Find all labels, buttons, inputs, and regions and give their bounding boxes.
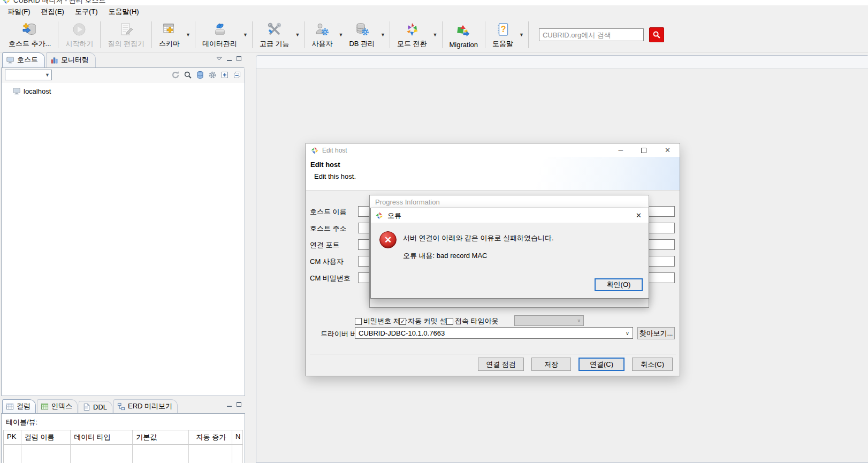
maximize-icon[interactable] bbox=[237, 402, 241, 407]
save-button[interactable]: 저장 bbox=[531, 358, 571, 371]
expand-all-icon[interactable] bbox=[220, 71, 229, 79]
dropdown-arrow-icon[interactable]: ▼ bbox=[294, 32, 302, 37]
migration-icon bbox=[456, 23, 471, 39]
tab-erd-preview[interactable]: ERD 미리보기 bbox=[113, 399, 178, 413]
toolbar-button-start[interactable]: 시작하기 bbox=[61, 19, 97, 51]
query-editor-icon bbox=[119, 21, 133, 37]
window-titlebar: CUBRID 매니저 - 관리 호스트 bbox=[0, 0, 868, 5]
tab-hosts[interactable]: 호스트 bbox=[2, 52, 45, 67]
auto-commit-checkbox[interactable]: ✓ 자동 커밋 설정 bbox=[399, 316, 453, 326]
driver-version-combo[interactable]: CUBRID-JDBC-10.1.0.7663 ∨ bbox=[355, 327, 633, 339]
hosts-panel-tabbar: 호스트 모니터링 bbox=[1, 54, 245, 67]
buttonbar-separator bbox=[310, 354, 676, 354]
minimize-icon[interactable] bbox=[227, 403, 232, 407]
browse-button[interactable]: 찾아보기... bbox=[637, 327, 675, 339]
column-header-name[interactable]: 컬럼 이름 bbox=[21, 430, 71, 445]
data-management-icon bbox=[212, 21, 227, 37]
menu-edit[interactable]: 편집(E) bbox=[36, 5, 70, 18]
options-row: 비밀번호 저장 ✓ 자동 커밋 설정 접속 타임아웃 ∨ bbox=[306, 316, 680, 327]
maximize-icon[interactable] bbox=[237, 56, 241, 61]
toolbar-button-mode-switch[interactable]: 모드 전환 bbox=[393, 19, 431, 51]
main-toolbar: 호스트 추가... 시작하기 질의 편집기 스키마 ▼ bbox=[0, 18, 868, 52]
error-dialog: 오류 ✕ ✕ 서버 연결이 아래와 같은 이유로 실패하였습니다. 오류 내용:… bbox=[370, 208, 649, 299]
toolbar-button-data-management[interactable]: 데이터관리 bbox=[198, 19, 241, 51]
refresh-icon[interactable] bbox=[171, 71, 180, 79]
search-area bbox=[539, 19, 664, 51]
columns-panel-body: 테이블/뷰: PK 컬럼 이름 데이터 타입 기본값 자동 증가 N bbox=[1, 413, 245, 463]
maximize-icon[interactable] bbox=[641, 148, 646, 153]
dropdown-arrow-icon[interactable]: ▼ bbox=[337, 32, 345, 37]
edit-host-titlebar[interactable]: Edit host ─ ✕ bbox=[306, 143, 680, 157]
search-tree-icon[interactable] bbox=[184, 71, 192, 79]
column-header-autoincrement[interactable]: 자동 증가 bbox=[189, 430, 233, 445]
menu-help[interactable]: 도움말(H) bbox=[103, 5, 144, 18]
toolbar-button-help[interactable]: ? 도움말 bbox=[488, 19, 517, 51]
dropdown-arrow-icon[interactable]: ▼ bbox=[431, 32, 439, 37]
settings-icon[interactable] bbox=[208, 71, 217, 79]
checkbox-icon[interactable]: ✓ bbox=[399, 318, 406, 325]
toolbar-separator bbox=[100, 21, 101, 48]
dialog-buttons: 연결 점검 저장 연결(C) 취소(C) bbox=[478, 358, 673, 371]
ok-button[interactable]: 확인(O) bbox=[595, 278, 643, 291]
column-header-pk[interactable]: PK bbox=[4, 430, 21, 445]
close-icon[interactable]: ✕ bbox=[665, 146, 671, 154]
collapse-all-icon[interactable] bbox=[233, 71, 241, 79]
toolbar-button-query-editor[interactable]: 질의 편집기 bbox=[103, 19, 149, 51]
dropdown-arrow-icon[interactable]: ▼ bbox=[379, 32, 387, 37]
erd-tab-icon bbox=[117, 403, 125, 411]
advanced-features-icon bbox=[267, 21, 282, 37]
timeout-combo: ∨ bbox=[514, 315, 584, 326]
dropdown-arrow-icon[interactable]: ▼ bbox=[241, 32, 249, 37]
tab-columns[interactable]: 컬럼 bbox=[2, 399, 36, 413]
toolbar-button-users[interactable]: 사용자 bbox=[307, 19, 337, 51]
chevron-down-icon: ∨ bbox=[626, 330, 629, 336]
checkbox-icon[interactable] bbox=[355, 318, 362, 325]
column-header-default[interactable]: 기본값 bbox=[133, 430, 188, 445]
connect-button[interactable]: 연결(C) bbox=[578, 358, 625, 371]
view-menu-icon[interactable] bbox=[216, 57, 222, 60]
table-row bbox=[4, 445, 243, 463]
cancel-button[interactable]: 취소(C) bbox=[632, 358, 673, 371]
toolbar-separator bbox=[528, 21, 529, 48]
error-dialog-titlebar[interactable]: 오류 ✕ bbox=[371, 208, 649, 223]
toolbar-button-add-host[interactable]: 호스트 추가... bbox=[4, 19, 55, 51]
toolbar-button-db-admin[interactable]: DB 관리 bbox=[345, 19, 379, 51]
driver-row: 드라이버 버전 CUBRID-JDBC-10.1.0.7663 ∨ 찾아보기..… bbox=[306, 327, 680, 340]
toolbar-label: Migration bbox=[450, 41, 478, 49]
connection-timeout-checkbox[interactable]: 접속 타임아웃 bbox=[446, 316, 499, 326]
index-tab-icon bbox=[41, 403, 49, 411]
search-button[interactable] bbox=[649, 27, 664, 42]
error-dialog-body: ✕ 서버 연결이 아래와 같은 이유로 실패하였습니다. 오류 내용: bad … bbox=[371, 223, 649, 298]
menu-tools[interactable]: 도구(T) bbox=[70, 5, 103, 18]
db-admin-icon bbox=[355, 21, 369, 37]
tab-indexes[interactable]: 인덱스 bbox=[37, 399, 78, 413]
column-header-datatype[interactable]: 데이터 타입 bbox=[71, 430, 133, 445]
tree-item-localhost[interactable]: localhost bbox=[2, 86, 245, 96]
toolbar-separator bbox=[390, 21, 390, 48]
column-header-notnull[interactable]: N bbox=[232, 430, 243, 445]
dropdown-arrow-icon[interactable]: ▼ bbox=[184, 32, 192, 37]
minimize-icon[interactable]: ─ bbox=[619, 147, 623, 154]
tree-item-label: localhost bbox=[24, 87, 51, 95]
database-filter-icon[interactable] bbox=[196, 71, 204, 79]
application-window: CUBRID 매니저 - 관리 호스트 파일(F) 편집(E) 도구(T) 도움… bbox=[0, 0, 868, 463]
toolbar-button-schema[interactable]: 스키마 bbox=[155, 19, 184, 51]
connection-test-button[interactable]: 연결 점검 bbox=[478, 358, 524, 371]
toolbar-button-advanced-features[interactable]: 고급 기능 bbox=[255, 19, 294, 51]
toolbar-separator bbox=[151, 21, 152, 48]
toolbar-separator bbox=[442, 21, 443, 48]
schema-icon bbox=[162, 21, 177, 37]
tree-filter-combo[interactable]: ▼ bbox=[5, 70, 52, 80]
tab-monitoring[interactable]: 모니터링 bbox=[46, 52, 96, 67]
minimize-icon[interactable] bbox=[227, 57, 232, 61]
menu-file[interactable]: 파일(F) bbox=[2, 5, 36, 18]
hosts-panel-body: ▼ localhost bbox=[1, 67, 245, 396]
close-icon[interactable]: ✕ bbox=[634, 211, 644, 219]
checkbox-icon[interactable] bbox=[446, 318, 453, 325]
toolbar-button-migration[interactable]: Migration bbox=[445, 19, 482, 51]
toolbar-label: 호스트 추가... bbox=[9, 39, 51, 49]
search-input[interactable] bbox=[539, 28, 644, 41]
app-logo-icon bbox=[3, 0, 10, 4]
tab-ddl[interactable]: DDL bbox=[79, 401, 112, 413]
dropdown-arrow-icon[interactable]: ▼ bbox=[517, 32, 526, 37]
